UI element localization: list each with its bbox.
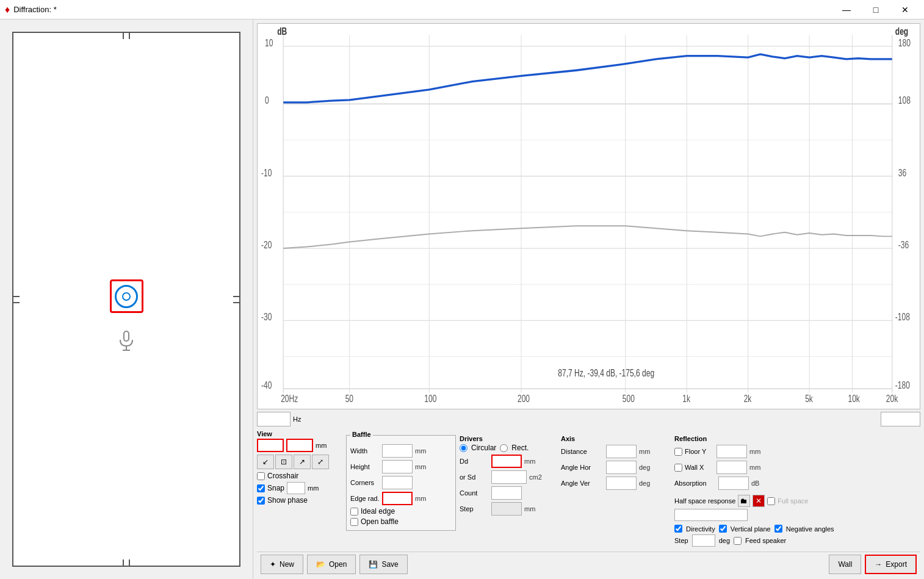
angle-hor-input[interactable]: 0 xyxy=(606,461,637,474)
wall-x-checkbox[interactable] xyxy=(674,464,682,472)
app-title: Diffraction: * xyxy=(13,5,57,14)
full-space-checkbox[interactable] xyxy=(767,497,775,505)
close-button[interactable]: ✕ xyxy=(891,0,919,20)
count-input[interactable]: 1 xyxy=(491,486,522,500)
baffle-corners-row: Corners 4 xyxy=(350,476,452,489)
mid-b xyxy=(123,559,130,567)
svg-text:-36: -36 xyxy=(898,239,909,250)
open-label: Open xyxy=(329,560,347,569)
export-label: Export xyxy=(886,560,907,569)
svg-text:1k: 1k xyxy=(682,394,691,405)
ideal-edge-checkbox[interactable] xyxy=(350,508,358,516)
maximize-button[interactable]: □ xyxy=(862,0,890,20)
open-baffle-checkbox[interactable] xyxy=(350,518,358,526)
app-logo: ♦ xyxy=(5,4,10,15)
show-phase-checkbox[interactable] xyxy=(257,497,265,505)
svg-text:100: 100 xyxy=(424,394,436,405)
svg-text:0: 0 xyxy=(265,95,269,106)
view-section: View 130 365 mm ↙ ⊡ ↗ ⤢ Crosshair xyxy=(257,430,342,506)
fullscreen-button[interactable]: ⤢ xyxy=(312,455,329,469)
circular-radio[interactable] xyxy=(460,444,467,452)
freq-high-input[interactable]: 20000 xyxy=(881,412,920,426)
directivity-label: Directivity xyxy=(686,525,715,533)
crosshair-checkbox[interactable] xyxy=(257,472,265,480)
baffle-edge-input[interactable]: 3 xyxy=(382,492,413,505)
open-baffle-row: Open baffle xyxy=(350,517,452,526)
svg-text:20k: 20k xyxy=(886,394,898,405)
svg-text:36: 36 xyxy=(898,167,907,178)
svg-text:-40: -40 xyxy=(261,380,272,391)
chart-svg: 10 0 -10 -20 -30 -40 dB deg 180 108 36 -… xyxy=(258,24,920,409)
speaker-inner-circle xyxy=(122,292,131,301)
save-label: Save xyxy=(381,560,398,569)
baffle-section: Baffle Width 260 mm Height 440 mm Corner… xyxy=(346,435,456,531)
svg-text:-108: -108 xyxy=(895,312,910,323)
baffle-width-unit: mm xyxy=(415,447,426,455)
floor-y-checkbox[interactable] xyxy=(674,448,682,456)
feed-speaker-checkbox[interactable] xyxy=(734,537,742,545)
baffle-corners-input[interactable]: 4 xyxy=(382,476,413,489)
save-button[interactable]: 💾 Save xyxy=(359,555,407,574)
snap-value-input[interactable]: 5 xyxy=(287,482,305,494)
wall-button[interactable]: Wall xyxy=(829,555,861,574)
mid-r xyxy=(233,296,240,303)
step-input[interactable]: 200 xyxy=(491,502,522,516)
reflection-section: Reflection Floor Y 550 mm Wall X -1000 m… xyxy=(674,435,834,547)
distance-input[interactable]: 3000 xyxy=(606,445,637,458)
circular-label: Circular xyxy=(471,444,496,452)
view-width-input[interactable]: 130 xyxy=(257,439,284,452)
baffle-section-label: Baffle xyxy=(350,431,373,438)
svg-rect-0 xyxy=(124,331,129,341)
freq-low-input[interactable]: 20 xyxy=(257,412,291,426)
view-height-input[interactable]: 365 xyxy=(286,439,313,452)
open-button[interactable]: 📂 Open xyxy=(307,555,356,574)
floor-y-input[interactable]: 550 xyxy=(716,445,747,458)
absorption-unit: dB xyxy=(751,480,759,487)
angle-hor-unit: deg xyxy=(639,464,650,471)
driver-type-row: Circular Rect. xyxy=(460,444,557,452)
rect-radio[interactable] xyxy=(500,444,508,452)
directivity-step-input[interactable]: 10 xyxy=(692,534,715,547)
new-button[interactable]: ✦ New xyxy=(261,555,303,574)
sd-input[interactable]: 4,909 xyxy=(491,470,527,484)
half-space-open-button[interactable]: 🖿 xyxy=(738,495,750,507)
right-panel: 10 0 -10 -20 -30 -40 dB deg 180 108 36 -… xyxy=(253,20,924,579)
absorption-input[interactable]: 7,0 xyxy=(718,477,749,490)
baffle-height-input[interactable]: 440 xyxy=(382,460,413,473)
svg-text:50: 50 xyxy=(345,394,354,405)
angle-hor-row: Angle Hor 0 deg xyxy=(561,461,671,474)
corner-bl xyxy=(12,557,22,567)
corner-tr xyxy=(231,32,240,41)
baffle-width-input[interactable]: 260 xyxy=(382,444,413,458)
wall-x-row: Wall X -1000 mm xyxy=(674,461,834,474)
svg-text:200: 200 xyxy=(518,394,530,405)
reflection-label: Reflection xyxy=(674,435,834,442)
zoom-in-button[interactable]: ↙ xyxy=(257,455,274,469)
full-space-label: Full space xyxy=(778,497,808,505)
mic-icon xyxy=(118,330,135,356)
export-button[interactable]: → Export xyxy=(865,555,917,574)
speaker-circle xyxy=(115,285,138,308)
floor-y-row: Floor Y 550 mm xyxy=(674,445,834,458)
dd-input[interactable]: 25 xyxy=(491,455,522,468)
distance-label: Distance xyxy=(561,448,604,455)
directivity-section: Directivity Vertical plane Negative angl… xyxy=(674,525,834,547)
corner-br xyxy=(231,557,240,567)
zoom-out-button[interactable]: ↗ xyxy=(294,455,311,469)
half-space-input[interactable] xyxy=(674,509,748,521)
minimize-button[interactable]: — xyxy=(832,0,861,20)
svg-text:2k: 2k xyxy=(744,394,753,405)
distance-unit: mm xyxy=(639,448,650,455)
vertical-plane-checkbox[interactable] xyxy=(719,525,727,533)
drivers-label: Drivers xyxy=(460,435,557,442)
directivity-checkbox[interactable] xyxy=(674,525,682,533)
drivers-section: Drivers Circular Rect. Dd 25 mm or Sd xyxy=(460,435,557,516)
angle-ver-input[interactable]: 0 xyxy=(606,477,637,490)
half-space-clear-button[interactable]: ✕ xyxy=(753,495,765,507)
ideal-edge-row: Ideal edge xyxy=(350,507,452,516)
wall-x-input[interactable]: -1000 xyxy=(716,461,747,474)
baffle-corners-label: Corners xyxy=(350,479,380,486)
negative-angles-checkbox[interactable] xyxy=(774,525,782,533)
snap-checkbox[interactable] xyxy=(257,484,265,492)
zoom-fit-button[interactable]: ⊡ xyxy=(275,455,292,469)
